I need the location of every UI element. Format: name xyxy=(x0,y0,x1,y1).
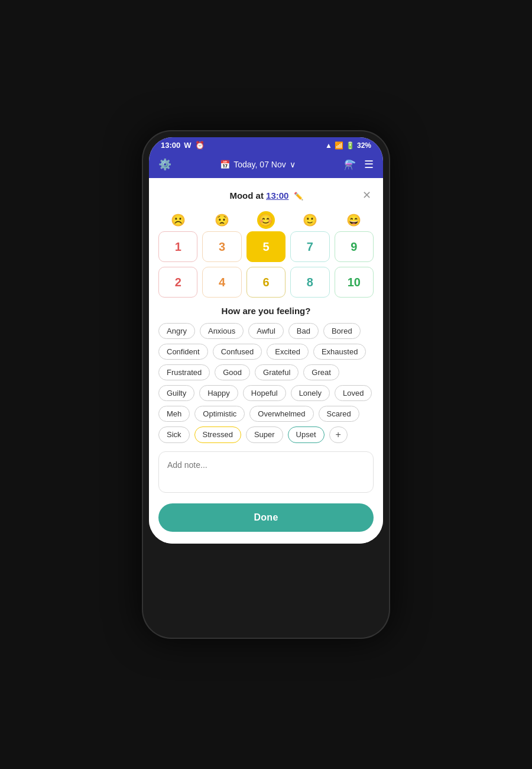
tag-loved[interactable]: Loved xyxy=(335,385,372,401)
calendar-icon: 📅 xyxy=(220,160,230,169)
tag-bored[interactable]: Bored xyxy=(323,323,361,339)
tag-overwhelmed[interactable]: Overwhelmed xyxy=(249,406,313,422)
mood-btn-4[interactable]: 4 xyxy=(202,267,241,298)
mood-btn-7[interactable]: 7 xyxy=(290,231,329,262)
nav-bar: ⚙️ 📅 Today, 07 Nov ∨ ⚗️ ☰ xyxy=(149,153,383,178)
mood-btn-2[interactable]: 2 xyxy=(158,267,197,298)
emoji-very-happy: 😄 xyxy=(335,211,374,229)
wifi-icon: ▲ xyxy=(325,141,332,150)
tag-confident[interactable]: Confident xyxy=(158,344,208,360)
status-time: 13:00 xyxy=(161,141,180,150)
tag-excited[interactable]: Excited xyxy=(267,344,309,360)
mood-btn-3[interactable]: 3 xyxy=(202,231,241,262)
tag-stressed[interactable]: Stressed xyxy=(194,426,241,443)
add-tag-button[interactable]: + xyxy=(329,426,348,443)
chevron-down-icon: ∨ xyxy=(290,160,296,169)
tag-scared[interactable]: Scared xyxy=(319,406,359,422)
tag-frustrated[interactable]: Frustrated xyxy=(158,364,210,380)
mood-modal: Mood at 13:00 ✏️ ✕ ☹️ 😟 😊 🙂 😄 1 3 5 7 9 xyxy=(149,178,383,544)
mood-btn-6[interactable]: 6 xyxy=(246,267,286,298)
tag-bad[interactable]: Bad xyxy=(288,323,319,339)
tag-anxious[interactable]: Anxious xyxy=(200,323,244,339)
edit-icon[interactable]: ✏️ xyxy=(294,192,303,201)
status-bar: 13:00 W ⏰ ▲ 📶 🔋 32% xyxy=(149,137,383,153)
phone-frame: 13:00 W ⏰ ▲ 📶 🔋 32% ⚙️ 📅 Today, 07 Nov ∨… xyxy=(142,130,390,639)
status-alarm-icon: ⏰ xyxy=(195,141,205,150)
status-left: 13:00 W ⏰ xyxy=(161,141,205,150)
tag-guilty[interactable]: Guilty xyxy=(158,385,194,401)
modal-header: Mood at 13:00 ✏️ ✕ xyxy=(158,189,374,202)
mood-grid-row2: 2 4 6 8 10 xyxy=(158,267,374,298)
emoji-very-sad: ☹️ xyxy=(158,211,197,229)
emoji-neutral: 😊 xyxy=(257,211,275,229)
flask-icon[interactable]: ⚗️ xyxy=(344,159,356,170)
tag-super[interactable]: Super xyxy=(246,426,283,443)
tag-lonely[interactable]: Lonely xyxy=(291,385,330,401)
mood-grid-row1: 1 3 5 7 9 xyxy=(158,231,374,262)
time-link[interactable]: 13:00 xyxy=(266,190,288,201)
battery-percent: 32% xyxy=(357,141,371,150)
mood-btn-9[interactable]: 9 xyxy=(335,231,374,262)
tag-confused[interactable]: Confused xyxy=(213,344,262,360)
tag-great[interactable]: Great xyxy=(303,364,339,380)
tag-happy[interactable]: Happy xyxy=(199,385,238,401)
emoji-happy: 🙂 xyxy=(290,211,329,229)
feeling-section-title: How are you feeling? xyxy=(158,306,374,316)
tag-grateful[interactable]: Grateful xyxy=(255,364,299,380)
status-right: ▲ 📶 🔋 32% xyxy=(325,141,371,150)
modal-title: Mood at 13:00 ✏️ xyxy=(173,190,360,201)
tag-angry[interactable]: Angry xyxy=(158,323,195,339)
signal-icon: 📶 xyxy=(335,141,343,150)
tag-hopeful[interactable]: Hopeful xyxy=(243,385,286,401)
feeling-tags-container: Angry Anxious Awful Bad Bored Confident … xyxy=(158,323,374,443)
nav-date-area[interactable]: 📅 Today, 07 Nov ∨ xyxy=(220,160,295,169)
note-input[interactable] xyxy=(158,451,374,493)
nav-date-label: Today, 07 Nov xyxy=(233,160,286,169)
mood-btn-10[interactable]: 10 xyxy=(335,267,374,298)
tag-sick[interactable]: Sick xyxy=(158,426,190,443)
tag-optimistic[interactable]: Optimistic xyxy=(194,406,245,422)
battery-icon: 🔋 xyxy=(346,141,355,150)
mood-btn-8[interactable]: 8 xyxy=(290,267,329,298)
tag-upset[interactable]: Upset xyxy=(288,426,325,443)
tag-good[interactable]: Good xyxy=(215,364,250,380)
mood-btn-5[interactable]: 5 xyxy=(246,231,286,262)
emoji-sad: 😟 xyxy=(202,211,241,229)
status-w-icon: W xyxy=(184,141,191,150)
done-button[interactable]: Done xyxy=(158,503,374,532)
phone-screen: 13:00 W ⏰ ▲ 📶 🔋 32% ⚙️ 📅 Today, 07 Nov ∨… xyxy=(149,137,383,544)
mood-btn-1[interactable]: 1 xyxy=(158,231,197,262)
emoji-row: ☹️ 😟 😊 🙂 😄 xyxy=(158,211,374,229)
close-button[interactable]: ✕ xyxy=(360,189,374,202)
nav-right-icons: ⚗️ ☰ xyxy=(344,158,374,171)
tag-exhausted[interactable]: Exhausted xyxy=(313,344,366,360)
settings-icon[interactable]: ⚙️ xyxy=(158,158,171,171)
tag-awful[interactable]: Awful xyxy=(248,323,284,339)
menu-icon[interactable]: ☰ xyxy=(364,158,374,171)
tag-meh[interactable]: Meh xyxy=(158,406,190,422)
